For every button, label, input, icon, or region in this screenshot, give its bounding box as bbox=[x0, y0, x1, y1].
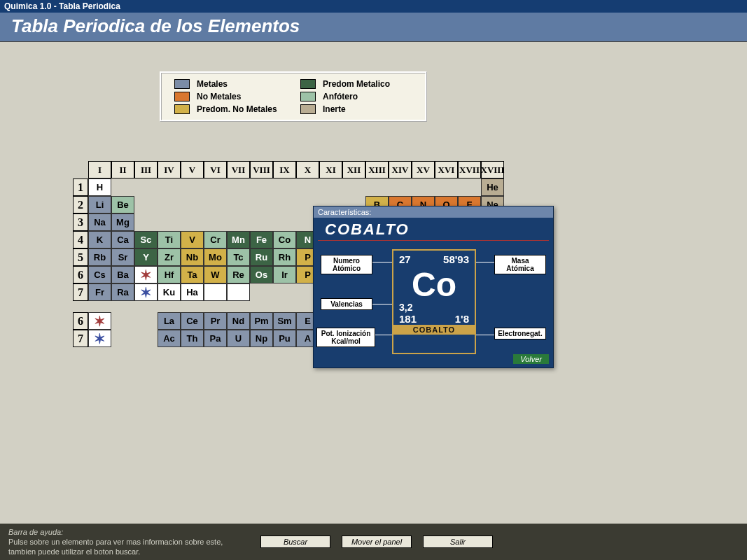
group-header: XII bbox=[342, 161, 365, 178]
element-rh[interactable]: Rh bbox=[273, 248, 296, 266]
label-numero-atomico: Numero Atómico bbox=[321, 255, 372, 274]
group-header: III bbox=[134, 161, 158, 178]
element-na[interactable]: Na bbox=[88, 214, 111, 231]
page-title: Tabla Periodica de los Elementos bbox=[0, 13, 747, 42]
element-re[interactable]: Re bbox=[227, 266, 250, 284]
period-label: 4 bbox=[73, 231, 88, 248]
element-ta[interactable]: Ta bbox=[181, 266, 204, 284]
group-header: IV bbox=[158, 161, 181, 178]
bottom-bar: Barra de ayuda: Pulse sobre un elemento … bbox=[0, 524, 747, 560]
period-label: 6 bbox=[73, 266, 88, 284]
element-k[interactable]: K bbox=[88, 231, 111, 248]
element-u[interactable]: U bbox=[227, 330, 250, 347]
help-body: Pulse sobre un elemento para ver mas inf… bbox=[8, 537, 246, 557]
legend-prednm: Predom. No Metales bbox=[174, 104, 286, 114]
group-header: XVIII bbox=[481, 161, 504, 178]
element-cs[interactable]: Cs bbox=[88, 266, 111, 284]
group-header: VIII bbox=[250, 161, 273, 178]
element-fr[interactable]: Fr bbox=[88, 284, 111, 301]
element-hf[interactable]: Hf bbox=[158, 266, 181, 284]
window-titlebar: Quimica 1.0 - Tabla Periodica bbox=[0, 0, 747, 13]
value-electroneg: 1'8 bbox=[455, 313, 469, 325]
salir-button[interactable]: Salir bbox=[423, 536, 493, 548]
actinide-marker[interactable]: ✶ bbox=[88, 330, 111, 347]
element-pa[interactable]: Pa bbox=[204, 330, 227, 347]
legend-anfotero: Anfótero bbox=[300, 92, 412, 102]
element-pr[interactable]: Pr bbox=[204, 312, 227, 330]
element-he[interactable]: He bbox=[481, 178, 504, 196]
element-ru[interactable]: Ru bbox=[250, 248, 273, 266]
group-header: IX bbox=[273, 161, 296, 178]
element-zr[interactable]: Zr bbox=[158, 248, 181, 266]
element-ha[interactable]: Ha bbox=[181, 284, 204, 301]
legend-predmet: Predom Metalico bbox=[300, 79, 412, 89]
element-li[interactable]: Li bbox=[88, 196, 111, 214]
group-header: XI bbox=[319, 161, 342, 178]
element-box: 27 58'93 Co 3,2 181 1'8 COBALTO bbox=[392, 249, 476, 354]
group-header: XIV bbox=[389, 161, 412, 178]
element-co[interactable]: Co bbox=[273, 231, 296, 248]
buscar-button[interactable]: Buscar bbox=[260, 536, 330, 548]
legend-nometales: No Metales bbox=[174, 92, 286, 102]
period-label: 1 bbox=[73, 178, 88, 196]
element-mg[interactable]: Mg bbox=[111, 214, 134, 231]
element-pu[interactable]: Pu bbox=[273, 330, 296, 347]
label-valencias: Valencias bbox=[321, 298, 372, 310]
actinide-marker[interactable]: ✶ bbox=[134, 284, 158, 301]
legend-inerte: Inerte bbox=[300, 104, 412, 114]
element-fe[interactable]: Fe bbox=[250, 231, 273, 248]
element-sm[interactable]: Sm bbox=[273, 312, 296, 330]
element-empty bbox=[204, 284, 227, 301]
period-label: 6 bbox=[73, 312, 88, 330]
element-be[interactable]: Be bbox=[111, 196, 134, 214]
element-th[interactable]: Th bbox=[181, 330, 204, 347]
period-label: 5 bbox=[73, 248, 88, 266]
element-detail-panel[interactable]: Características: COBALTO Numero Atómico … bbox=[313, 206, 554, 368]
f-block: 6 ✶ La Ce Pr Nd Pm Sm E 7 ✶ Ac Th Pa U N… bbox=[73, 312, 319, 347]
period-label: 3 bbox=[73, 214, 88, 231]
element-nd[interactable]: Nd bbox=[227, 312, 250, 330]
element-pm[interactable]: Pm bbox=[250, 312, 273, 330]
lanthanide-marker[interactable]: ✶ bbox=[134, 266, 158, 284]
lanthanide-marker[interactable]: ✶ bbox=[88, 312, 111, 330]
element-v[interactable]: V bbox=[181, 231, 204, 248]
element-h[interactable]: H bbox=[88, 178, 111, 196]
element-np[interactable]: Np bbox=[250, 330, 273, 347]
element-ca[interactable]: Ca bbox=[111, 231, 134, 248]
element-mn[interactable]: Mn bbox=[227, 231, 250, 248]
element-ac[interactable]: Ac bbox=[158, 330, 181, 347]
legend-metales: Metales bbox=[174, 79, 286, 89]
legend: Metales Predom Metalico No Metales Anfót… bbox=[160, 71, 427, 122]
element-ku[interactable]: Ku bbox=[158, 284, 181, 301]
element-ba[interactable]: Ba bbox=[111, 266, 134, 284]
element-ti[interactable]: Ti bbox=[158, 231, 181, 248]
element-ra[interactable]: Ra bbox=[111, 284, 134, 301]
group-header: XVI bbox=[435, 161, 458, 178]
mover-panel-button[interactable]: Mover el panel bbox=[342, 536, 412, 548]
element-ir[interactable]: Ir bbox=[273, 266, 296, 284]
group-header: XVII bbox=[458, 161, 481, 178]
label-electronegat: Electronegat. bbox=[494, 328, 546, 340]
group-header: I bbox=[88, 161, 111, 178]
element-la[interactable]: La bbox=[158, 312, 181, 330]
group-header: VII bbox=[227, 161, 250, 178]
label-pot-ionizacion: Pot. Ionización Kcal/mol bbox=[316, 328, 375, 347]
volver-button[interactable]: Volver bbox=[513, 354, 549, 364]
element-cr[interactable]: Cr bbox=[204, 231, 227, 248]
element-nb[interactable]: Nb bbox=[181, 248, 204, 266]
element-sc[interactable]: Sc bbox=[134, 231, 158, 248]
element-w[interactable]: W bbox=[204, 266, 227, 284]
element-tc[interactable]: Tc bbox=[227, 248, 250, 266]
element-y[interactable]: Y bbox=[134, 248, 158, 266]
element-rb[interactable]: Rb bbox=[88, 248, 111, 266]
element-ce[interactable]: Ce bbox=[181, 312, 204, 330]
value-atomic-number: 27 bbox=[399, 253, 411, 265]
group-header: X bbox=[296, 161, 319, 178]
value-symbol: Co bbox=[393, 268, 475, 302]
element-sr[interactable]: Sr bbox=[111, 248, 134, 266]
value-ionization: 181 bbox=[399, 313, 417, 325]
help-title: Barra de ayuda: bbox=[8, 527, 246, 537]
element-mo[interactable]: Mo bbox=[204, 248, 227, 266]
value-valencias: 3,2 bbox=[393, 302, 475, 313]
element-os[interactable]: Os bbox=[250, 266, 273, 284]
